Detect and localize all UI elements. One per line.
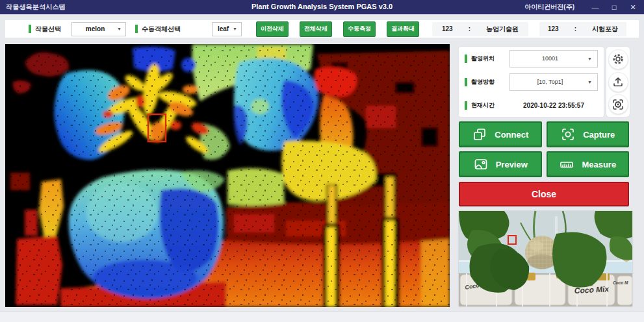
- green-indicator: [465, 55, 467, 63]
- site-field-institute: 123 : 농업기술원: [432, 22, 528, 36]
- close-label: Close: [532, 189, 556, 199]
- capture-settings-panel: 촬영위치 10001 ▼ 촬영방향 [10, Top1] ▼ 현재시간 2020…: [459, 47, 604, 117]
- capture-location-value: 10001: [515, 55, 585, 62]
- site-name: 농업기술원: [486, 25, 519, 34]
- site-code: 123: [442, 25, 453, 32]
- capture-location-row: 촬영위치 10001 ▼: [459, 47, 604, 70]
- close-window-icon[interactable]: ✕: [628, 0, 638, 14]
- measure-button[interactable]: Measure: [547, 151, 630, 177]
- green-indicator: [465, 78, 467, 86]
- preview-button[interactable]: Preview: [459, 151, 542, 177]
- green-indicator: [135, 25, 138, 33]
- capture-icon: [560, 127, 576, 142]
- noise-overlay: [5, 44, 450, 307]
- preview-icon: [473, 156, 489, 172]
- chevron-down-icon: ▼: [117, 27, 122, 31]
- object-select-dropdown[interactable]: leaf ▼: [212, 22, 242, 36]
- delete-all-button[interactable]: 전체삭제: [300, 21, 332, 37]
- measure-label: Measure: [582, 160, 616, 169]
- site-code: 123: [548, 25, 559, 32]
- capture-direction-dropdown[interactable]: [10, Top1] ▼: [509, 73, 598, 91]
- connect-icon: [472, 127, 487, 142]
- toolbar: 작물선택 melon ▼ 수동객체선택 leaf ▼ 이전삭제 전체삭제 수동측…: [5, 20, 639, 38]
- green-indicator: [29, 25, 31, 33]
- capture-location-dropdown[interactable]: 10001 ▼: [509, 50, 598, 68]
- object-select-label: 수동객체선택: [142, 25, 181, 34]
- current-time-value: 2020-10-22 23:55:57: [509, 102, 598, 109]
- chevron-down-icon: ▼: [233, 27, 237, 31]
- delete-previous-button[interactable]: 이전삭제: [256, 21, 289, 37]
- green-indicator: [465, 101, 467, 110]
- maximize-icon[interactable]: □: [610, 0, 619, 14]
- capture-direction-row: 촬영방향 [10, Top1] ▼: [459, 70, 604, 93]
- capture-button[interactable]: Capture: [547, 121, 630, 147]
- current-time-label: 현재시간: [471, 101, 495, 110]
- upload-icon[interactable]: [608, 72, 628, 92]
- company-name: 아이티컨버전(주): [524, 3, 574, 12]
- current-time-row: 현재시간 2020-10-22 23:55:57: [459, 93, 604, 117]
- minimize-icon[interactable]: —: [591, 0, 600, 14]
- preview-label: Preview: [496, 160, 528, 169]
- capture-direction-label: 촬영방향: [471, 78, 495, 86]
- connect-button[interactable]: Connect: [459, 121, 542, 147]
- status-bar: [0, 311, 644, 322]
- site-field-testfield: 123 : 시험포장: [539, 22, 626, 36]
- object-select-value: leaf: [216, 25, 230, 32]
- manual-measure-button[interactable]: 수동측정: [343, 21, 376, 37]
- chevron-down-icon: ▼: [587, 80, 592, 84]
- chevron-down-icon: ▼: [587, 56, 592, 61]
- site-name: 시험포장: [592, 25, 618, 34]
- coco-bag-label-right: Coco M: [613, 280, 628, 285]
- close-button[interactable]: Close: [459, 182, 629, 206]
- title-bar: 작물생육분석시스템 Plant Growth Analysis System P…: [0, 0, 644, 14]
- capture-label: Capture: [583, 130, 615, 140]
- measure-icon: [559, 156, 574, 172]
- focus-center-icon[interactable]: [608, 94, 628, 114]
- capture-direction-value: [10, Top1]: [515, 79, 585, 85]
- capture-location-label: 촬영위치: [471, 55, 495, 63]
- titlebar-right: 아이티컨버전(주) — □ ✕: [524, 0, 638, 14]
- connect-label: Connect: [495, 130, 528, 140]
- site-separator: :: [574, 25, 576, 32]
- side-icon-column: [606, 47, 630, 117]
- site-separator: :: [469, 25, 470, 32]
- settings-gear-icon[interactable]: [608, 49, 628, 69]
- reference-photo: Coco Mix Coco Coco M: [459, 211, 632, 306]
- crop-select-label: 작물선택: [35, 25, 61, 34]
- crop-select-dropdown[interactable]: melon ▼: [71, 22, 126, 36]
- action-button-grid: Connect Capture Preview Measure: [459, 121, 629, 177]
- result-zoom-button[interactable]: 결과확대: [387, 21, 419, 37]
- depth-map-view[interactable]: [5, 44, 450, 307]
- crop-select-value: melon: [76, 25, 114, 32]
